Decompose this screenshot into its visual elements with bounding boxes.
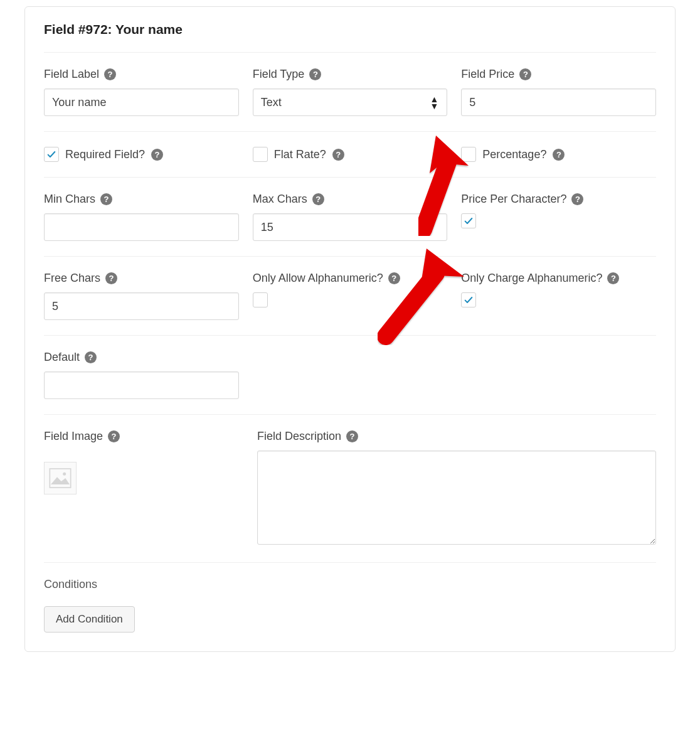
- required-field-label: Required Field?: [65, 148, 145, 161]
- max-chars-input[interactable]: [253, 213, 448, 241]
- help-icon[interactable]: ?: [312, 193, 324, 205]
- image-placeholder-icon: [48, 466, 73, 491]
- help-icon[interactable]: ?: [85, 351, 97, 363]
- percentage-checkbox[interactable]: [461, 147, 476, 162]
- required-field-checkbox[interactable]: [44, 147, 59, 162]
- help-icon[interactable]: ?: [309, 68, 321, 80]
- flat-rate-label: Flat Rate?: [274, 148, 326, 161]
- field-description-label: Field Description: [257, 430, 341, 443]
- flat-rate-checkbox[interactable]: [253, 147, 268, 162]
- help-icon[interactable]: ?: [571, 193, 583, 205]
- field-image-label: Field Image: [44, 430, 103, 443]
- free-chars-input[interactable]: [44, 292, 239, 320]
- svg-point-1: [63, 473, 66, 476]
- panel-title: Field #972: Your name: [44, 22, 656, 53]
- field-label-label: Field Label: [44, 68, 99, 81]
- help-icon[interactable]: ?: [332, 149, 344, 161]
- field-price-label: Field Price: [461, 68, 514, 81]
- help-icon[interactable]: ?: [553, 149, 565, 161]
- only-allow-alnum-label: Only Allow Alphanumeric?: [253, 272, 383, 285]
- only-allow-alnum-checkbox[interactable]: [253, 292, 268, 307]
- price-per-char-checkbox[interactable]: [461, 213, 476, 228]
- section-free-alnum: Free Chars ? Only Allow Alphanumeric? ? …: [44, 257, 656, 336]
- help-icon[interactable]: ?: [104, 68, 116, 80]
- section-default: Default ?: [44, 336, 656, 415]
- field-label-input[interactable]: [44, 88, 239, 116]
- section-chars: Min Chars ? Max Chars ? Price Per Charac…: [44, 178, 656, 257]
- field-editor-panel: Field #972: Your name Field Label ? Fiel…: [24, 6, 676, 652]
- min-chars-input[interactable]: [44, 213, 239, 241]
- help-icon[interactable]: ?: [388, 272, 400, 284]
- help-icon[interactable]: ?: [519, 68, 531, 80]
- min-chars-label: Min Chars: [44, 193, 95, 206]
- price-per-char-label: Price Per Character?: [461, 193, 566, 206]
- default-input[interactable]: [44, 371, 239, 399]
- default-label: Default: [44, 351, 80, 364]
- field-type-label: Field Type: [253, 68, 305, 81]
- help-icon[interactable]: ?: [151, 149, 163, 161]
- help-icon[interactable]: ?: [105, 272, 117, 284]
- section-conditions: Conditions Add Condition: [44, 563, 656, 633]
- help-icon[interactable]: ?: [346, 430, 358, 442]
- conditions-heading: Conditions: [44, 578, 656, 591]
- field-image-placeholder[interactable]: [44, 462, 77, 494]
- svg-rect-0: [50, 469, 70, 488]
- help-icon[interactable]: ?: [108, 430, 120, 442]
- only-charge-alnum-checkbox[interactable]: [461, 292, 476, 307]
- section-image-description: Field Image ? Field Description ?: [44, 415, 656, 563]
- field-type-select[interactable]: Text: [253, 88, 448, 116]
- field-description-textarea[interactable]: [257, 451, 656, 545]
- free-chars-label: Free Chars: [44, 272, 100, 285]
- help-icon[interactable]: ?: [607, 272, 619, 284]
- percentage-label: Percentage?: [482, 148, 546, 161]
- only-charge-alnum-label: Only Charge Alphanumeric?: [461, 272, 602, 285]
- section-flags: Required Field? ? Flat Rate? ? Percentag…: [44, 132, 656, 178]
- help-icon[interactable]: ?: [100, 193, 112, 205]
- section-basic: Field Label ? Field Type ? Text ▲▼: [44, 53, 656, 132]
- max-chars-label: Max Chars: [253, 193, 307, 206]
- add-condition-button[interactable]: Add Condition: [44, 606, 135, 633]
- field-price-input[interactable]: [461, 88, 656, 116]
